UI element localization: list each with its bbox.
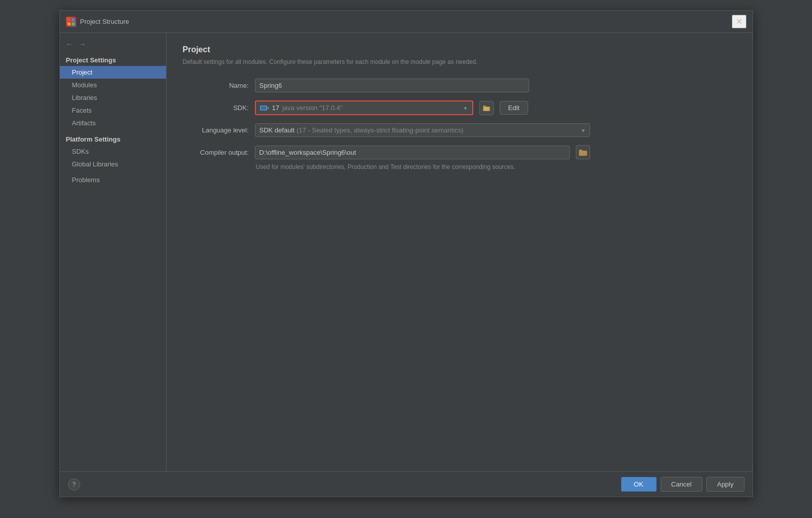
language-level-label: Language level: xyxy=(183,126,249,134)
sidebar-item-modules[interactable]: Modules xyxy=(60,79,166,91)
back-button[interactable]: ← xyxy=(64,39,75,49)
sidebar: ← → Project Settings Project Modules Lib… xyxy=(60,33,167,471)
footer-buttons: OK Cancel Apply xyxy=(621,477,744,492)
sidebar-item-facets[interactable]: Facets xyxy=(60,104,166,117)
svg-rect-5 xyxy=(261,107,266,110)
dialog-footer: ? OK Cancel Apply xyxy=(60,471,753,497)
apply-button[interactable]: Apply xyxy=(706,477,744,492)
sdk-select-wrapper: 17 java version "17.0.4" ▼ xyxy=(255,100,473,115)
language-level-detail: (17 - Sealed types, always-strict floati… xyxy=(297,126,464,134)
compiler-output-row: Compiler output: xyxy=(183,145,736,159)
cancel-button[interactable]: Cancel xyxy=(661,477,702,492)
dialog-title: Project Structure xyxy=(80,18,129,25)
sdk-number: 17 xyxy=(272,104,279,112)
name-label: Name: xyxy=(183,82,249,89)
main-content: Project Default settings for all modules… xyxy=(167,33,753,471)
language-level-row: Language level: SDK default (17 - Sealed… xyxy=(183,123,736,137)
compiler-output-input[interactable] xyxy=(255,146,570,159)
svg-rect-1 xyxy=(72,18,75,21)
sidebar-item-libraries[interactable]: Libraries xyxy=(60,91,166,104)
language-level-dropdown[interactable]: SDK default (17 - Sealed types, always-s… xyxy=(255,123,590,137)
svg-rect-2 xyxy=(68,22,71,25)
app-icon xyxy=(66,17,76,27)
sdk-folder-icon xyxy=(483,105,490,111)
section-title: Project xyxy=(183,45,736,54)
ok-button[interactable]: OK xyxy=(621,477,657,492)
svg-rect-6 xyxy=(267,107,269,109)
project-settings-section-label: Project Settings xyxy=(60,53,166,66)
sdk-edit-button[interactable]: Edit xyxy=(500,101,528,115)
sdk-dropdown[interactable]: 17 java version "17.0.4" xyxy=(256,101,472,114)
section-description: Default settings for all modules. Config… xyxy=(183,57,736,66)
title-bar: Project Structure ✕ xyxy=(60,11,753,33)
name-input[interactable] xyxy=(255,79,529,92)
svg-rect-0 xyxy=(68,18,71,21)
sdk-extra-button[interactable] xyxy=(479,101,494,115)
platform-settings-section-label: Platform Settings xyxy=(60,132,166,145)
language-level-select-wrapper: SDK default (17 - Sealed types, always-s… xyxy=(255,123,590,137)
folder-icon xyxy=(579,149,587,156)
help-button[interactable]: ? xyxy=(68,478,80,491)
forward-button[interactable]: → xyxy=(77,39,88,49)
svg-rect-3 xyxy=(72,22,75,25)
close-button[interactable]: ✕ xyxy=(732,15,746,28)
sdk-row: SDK: 17 java version "17.0.4" ▼ xyxy=(183,100,736,115)
sidebar-item-sdks[interactable]: SDKs xyxy=(60,145,166,158)
sidebar-item-global-libraries[interactable]: Global Libraries xyxy=(60,158,166,170)
sdk-label: SDK: xyxy=(183,104,249,112)
sidebar-item-project[interactable]: Project xyxy=(60,66,166,79)
language-level-default: SDK default xyxy=(259,126,295,134)
compiler-output-folder-button[interactable] xyxy=(576,145,590,159)
sdk-version-detail: java version "17.0.4" xyxy=(282,104,342,112)
compiler-output-label: Compiler output: xyxy=(183,149,249,156)
sidebar-item-artifacts[interactable]: Artifacts xyxy=(60,117,166,129)
compiler-output-hint: Used for modules' subdirectories, Produc… xyxy=(256,163,736,170)
name-row: Name: xyxy=(183,79,736,92)
java-sdk-icon xyxy=(260,105,269,112)
sidebar-item-problems[interactable]: Problems xyxy=(60,174,166,186)
